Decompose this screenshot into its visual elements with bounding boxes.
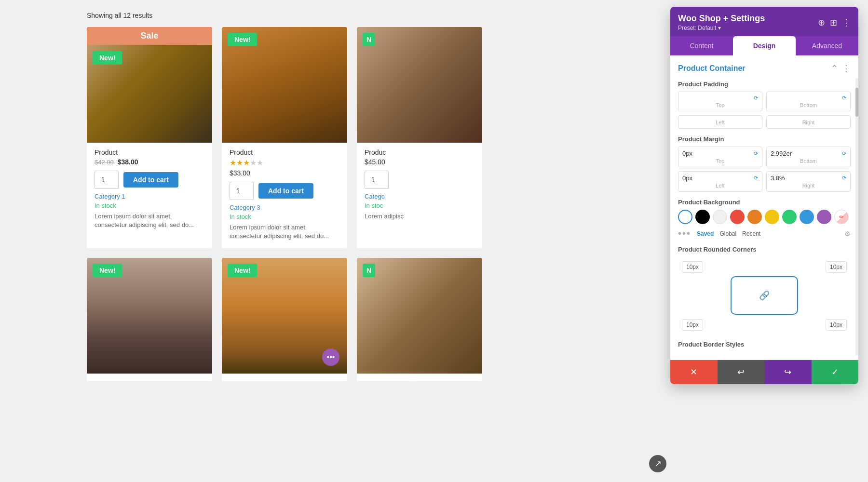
padding-top-field[interactable]: ⟳ Top — [678, 92, 762, 111]
corner-tr: 10px — [826, 262, 847, 271]
badge-new-5: New! — [228, 264, 257, 277]
swatch-green[interactable] — [782, 210, 797, 224]
corner-bl-value[interactable]: 10px — [682, 319, 703, 331]
cancel-icon: ✕ — [690, 367, 697, 377]
collapse-btn[interactable]: ⌃ — [831, 63, 838, 74]
margin-left-link[interactable]: ⟳ — [754, 175, 758, 181]
margin-grid: 0px ⟳ Top 2.992er ⟳ Bottom 0px ⟳ Left — [678, 147, 851, 192]
swatch-pen[interactable]: ✏ — [834, 210, 849, 224]
more-swatches-icon[interactable]: ••• — [678, 228, 691, 239]
price-only-3: $45.00 — [365, 158, 385, 166]
color-tab-global[interactable]: Global — [719, 230, 736, 237]
price-only-2: $33.00 — [230, 169, 250, 177]
scrollbar-track — [855, 78, 858, 355]
link-corners-icon[interactable]: 🔗 — [759, 290, 770, 301]
footer-save-btn[interactable]: ✓ — [812, 360, 859, 384]
footer-undo-btn[interactable]: ↩ — [718, 360, 765, 384]
product-image-2: New! — [222, 27, 347, 143]
padding-top-link[interactable]: ⟳ — [754, 95, 758, 101]
section-title: Product Container — [678, 64, 746, 73]
qty-input-1[interactable] — [95, 171, 119, 189]
section-more-btn[interactable]: ⋮ — [842, 63, 851, 74]
panel-title: Woo Shop + Settings — [678, 13, 765, 24]
padding-top-label: Top — [682, 102, 758, 108]
swatch-red[interactable] — [730, 210, 745, 224]
panel-preset: Preset: Default ▾ — [678, 25, 765, 31]
color-settings-icon[interactable]: ⚙ — [844, 230, 851, 238]
swatch-purple[interactable] — [817, 210, 831, 224]
rounded-corners-label: Product Rounded Corners — [678, 246, 851, 253]
color-tab-recent[interactable]: Recent — [742, 230, 760, 237]
product-stock-1: In stock — [87, 200, 212, 209]
swatch-yellow[interactable] — [765, 210, 779, 224]
badge-new-3: N — [363, 33, 375, 46]
badge-sale-1: Sale — [87, 27, 212, 45]
margin-bottom-link[interactable]: ⟳ — [842, 150, 846, 157]
product-name-3: Produc — [365, 148, 475, 156]
corner-tr-value[interactable]: 10px — [826, 261, 847, 273]
swatch-white[interactable] — [678, 210, 692, 224]
padding-left-label: Left — [682, 120, 758, 125]
margin-top-label: Top — [682, 158, 758, 164]
color-swatches: ✏ — [678, 210, 851, 224]
margin-top-field[interactable]: 0px ⟳ Top — [678, 147, 762, 167]
margin-left-field[interactable]: 0px ⟳ Left — [678, 171, 762, 192]
panel-title-group: Woo Shop + Settings Preset: Default ▾ — [678, 13, 765, 31]
qty-input-2[interactable] — [230, 182, 254, 200]
corner-br-value[interactable]: 10px — [826, 319, 847, 331]
bottom-products-grid: New! New! ••• N — [87, 258, 482, 381]
product-card-6: N — [357, 258, 482, 381]
panel-layout-icon[interactable]: ⊞ — [830, 17, 837, 28]
padding-bottom-link[interactable]: ⟳ — [842, 95, 846, 101]
swatch-black[interactable] — [695, 210, 710, 224]
product-card-4: New! — [87, 258, 212, 381]
margin-right-link[interactable]: ⟳ — [842, 175, 846, 181]
padding-bottom-field[interactable]: ⟳ Bottom — [766, 92, 851, 111]
panel-target-icon[interactable]: ⊕ — [818, 17, 825, 28]
product-category-2[interactable]: Category 3 — [222, 200, 347, 211]
canvas-tool-btn[interactable]: ↗ — [649, 455, 666, 472]
badge-new-2: New! — [228, 33, 257, 46]
qty-input-3[interactable] — [365, 171, 389, 189]
product-desc-2: Lorem ipsum dolor sit amet, consectetur … — [222, 220, 347, 241]
tab-content[interactable]: Content — [670, 36, 733, 55]
corner-tl-value[interactable]: 10px — [682, 261, 703, 273]
product-name-1: Product — [95, 148, 204, 156]
swatch-light[interactable] — [713, 210, 727, 224]
margin-label: Product Margin — [678, 135, 851, 143]
product-category-3[interactable]: Catego — [357, 189, 482, 200]
margin-bottom-label: Bottom — [771, 158, 846, 164]
margin-bottom-field[interactable]: 2.992er ⟳ Bottom — [766, 147, 851, 167]
padding-right-field[interactable]: Right — [766, 115, 851, 129]
scrollbar-thumb[interactable] — [855, 88, 858, 117]
section-header: Product Container ⌃ ⋮ — [678, 63, 851, 74]
margin-bottom-value: 2.992er — [771, 150, 792, 157]
price-new-1: $38.00 — [118, 158, 138, 166]
footer-cancel-btn[interactable]: ✕ — [670, 360, 718, 384]
margin-left-label: Left — [682, 183, 758, 188]
color-tab-saved[interactable]: Saved — [697, 230, 714, 237]
product-price-1: $42.00 $38.00 — [95, 158, 204, 166]
swatch-blue[interactable] — [800, 210, 814, 224]
product-card-2: New! Product ★★★★★ $33.00 Add to cart Ca… — [222, 27, 347, 248]
footer-redo-btn[interactable]: ↪ — [764, 360, 812, 384]
panel-more-icon[interactable]: ⋮ — [842, 17, 851, 28]
tab-advanced[interactable]: Advanced — [796, 36, 858, 55]
swatch-orange[interactable] — [747, 210, 762, 224]
padding-grid: ⟳ Top ⟳ Bottom Left — [678, 92, 851, 129]
add-to-cart-row-3 — [357, 166, 482, 189]
margin-right-value: 3.8% — [771, 174, 785, 182]
margin-top-link[interactable]: ⟳ — [754, 150, 758, 157]
section-collapse: ⌃ ⋮ — [831, 63, 851, 74]
panel-tabs: Content Design Advanced — [670, 36, 858, 55]
undo-icon: ↩ — [737, 367, 745, 377]
product-image-5: New! ••• — [222, 258, 347, 374]
product-info-3: Produc $45.00 — [357, 143, 482, 166]
tab-design[interactable]: Design — [733, 36, 796, 55]
add-to-cart-btn-2[interactable]: Add to cart — [258, 183, 313, 199]
product-category-1[interactable]: Category 1 — [87, 189, 212, 200]
landscape-action-btn[interactable]: ••• — [322, 348, 339, 366]
margin-right-field[interactable]: 3.8% ⟳ Right — [766, 171, 851, 192]
add-to-cart-btn-1[interactable]: Add to cart — [123, 172, 178, 187]
padding-left-field[interactable]: Left — [678, 115, 762, 129]
